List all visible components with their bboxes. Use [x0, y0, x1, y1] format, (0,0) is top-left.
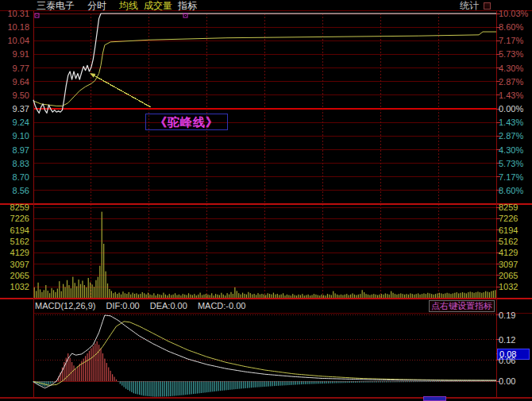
gridlines — [0, 11, 532, 398]
chart-marker-icons — [35, 13, 187, 17]
macd-header: MACD(12,26,9) DIF:0.00 DEA:0.00 MACD:-0.… — [35, 301, 253, 310]
series-lines — [33, 13, 496, 388]
indicator-settings-hint[interactable]: 点右键设置指标 — [429, 300, 495, 312]
chart-canvas[interactable] — [0, 0, 532, 401]
trading-app-window: 三泰电子 分时 均线 成交量 指标 统计 10.3110.1810.049.91… — [0, 0, 532, 401]
macd-value: MACD:-0.00 — [198, 301, 246, 310]
macd-formula[interactable]: MACD(12,26,9) — [35, 301, 95, 310]
annotation-humpline-label[interactable]: 《驼峰线》 — [145, 114, 228, 130]
macd-dea-value: DEA:0.00 — [150, 301, 187, 310]
annotation-arrow — [90, 73, 151, 107]
bottom-badge — [423, 396, 446, 401]
macd-histogram — [33, 341, 496, 397]
macd-dif-value: DIF:0.00 — [106, 301, 139, 310]
